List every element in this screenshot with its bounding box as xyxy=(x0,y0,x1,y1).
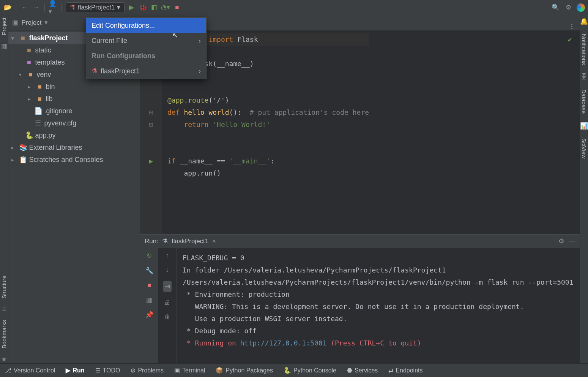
bottom-problems[interactable]: ⊘Problems xyxy=(131,367,164,374)
tree-label: pyvenv.cfg xyxy=(44,119,76,127)
chevron-right-icon: › xyxy=(199,67,201,75)
file-icon: 📄 xyxy=(34,107,42,115)
cursor-icon: ↖ xyxy=(172,31,178,40)
tree-label: bin xyxy=(46,83,55,91)
project-tree: ▾ ■ flaskProject ■ static ■ templates ▾ … xyxy=(8,30,140,363)
tree-item[interactable]: ▸ 📋 Scratches and Consoles xyxy=(8,154,140,166)
bell-icon[interactable]: 🔔 xyxy=(580,17,588,25)
print-icon[interactable]: 🖨 xyxy=(164,299,170,306)
tree-label: venv xyxy=(36,71,51,79)
chevron-down-icon: ▾ xyxy=(19,72,24,78)
pin-icon[interactable]: 📌 xyxy=(145,311,153,319)
bottom-todo[interactable]: ☰TODO xyxy=(95,367,120,374)
coverage-icon[interactable]: ◧ xyxy=(150,3,159,12)
folder-icon: ■ xyxy=(25,46,33,54)
tree-item[interactable]: ☰ pyvenv.cfg xyxy=(8,117,140,129)
bottom-run[interactable]: ▶Run xyxy=(66,367,84,374)
play-icon: ▶ xyxy=(66,367,70,374)
folder-icon: ▣ xyxy=(12,19,18,27)
soft-wrap-icon[interactable]: ⇥ xyxy=(163,281,172,292)
chevron-right-icon: ▸ xyxy=(28,96,33,102)
wrench-icon[interactable]: 🔧 xyxy=(145,267,153,275)
jetbrains-icon[interactable] xyxy=(577,3,585,12)
rail-notifications[interactable]: Notifications xyxy=(581,34,587,65)
chevron-down-icon: ▾ xyxy=(117,3,120,11)
popup-edit-configurations[interactable]: Edit Configurations... xyxy=(86,18,206,33)
popup-section-header: Run Configurations xyxy=(86,48,206,63)
rail-database[interactable]: Database xyxy=(581,89,587,114)
folder-icon: ■ xyxy=(36,83,43,91)
user-icon[interactable]: 👤▾ xyxy=(49,3,58,12)
rerun-icon[interactable]: ↻ xyxy=(147,252,152,260)
services-icon: ⬣ xyxy=(347,367,352,374)
project-title: Project xyxy=(21,19,41,27)
forward-icon[interactable]: → xyxy=(32,3,41,12)
tree-label: lib xyxy=(46,95,52,103)
branch-icon: ⎇ xyxy=(5,367,11,374)
folder-icon: ■ xyxy=(27,71,34,79)
library-icon: 📚 xyxy=(19,143,27,152)
search-icon[interactable]: 🔍 xyxy=(551,3,560,12)
trash-icon[interactable]: 🗑 xyxy=(164,313,170,321)
folder-icon: ■ xyxy=(19,34,27,42)
tree-item[interactable]: 📄 .gitignore xyxy=(8,105,140,117)
settings-icon[interactable]: ⚙ xyxy=(564,3,573,12)
rail-structure[interactable]: Structure xyxy=(1,276,7,299)
tree-item[interactable]: ▸ ■ lib xyxy=(8,93,140,105)
chevron-right-icon: ▸ xyxy=(11,145,17,150)
run-icon[interactable]: ▶ xyxy=(127,3,136,12)
folder-icon: ■ xyxy=(25,59,33,67)
up-icon[interactable]: ↑ xyxy=(166,252,169,260)
stop-icon[interactable]: ■ xyxy=(172,3,181,12)
database-icon[interactable]: 🗄 xyxy=(581,73,587,81)
bottom-services[interactable]: ⬣Services xyxy=(347,367,378,374)
tree-item[interactable]: ▸ 📚 External Libraries xyxy=(8,141,140,154)
open-icon[interactable]: 📂 xyxy=(3,3,12,12)
sep xyxy=(44,3,45,12)
run-url-link[interactable]: http://127.0.0.1:5001 xyxy=(240,339,327,347)
console-icon: 🐍 xyxy=(284,367,291,374)
run-left-toolbar-2: ↑ ↓ ⇥ 🖨 🗑 xyxy=(158,248,177,363)
rail-sciview[interactable]: SciView xyxy=(581,138,587,158)
bottom-python-console[interactable]: 🐍Python Console xyxy=(284,367,336,374)
tree-label: Scratches and Consoles xyxy=(29,156,103,164)
editor-settings-icon[interactable]: ⋮ xyxy=(569,22,575,30)
profile-icon[interactable]: ◔▾ xyxy=(161,3,170,12)
tree-item[interactable]: ▸ ■ bin xyxy=(8,81,140,93)
flask-icon: ⚗ xyxy=(162,237,168,245)
layout-icon[interactable]: ▦ xyxy=(146,296,152,304)
run-config-selector[interactable]: ⚗ flaskProject1 ▾ xyxy=(66,2,125,13)
tree-label: External Libraries xyxy=(29,144,82,152)
folder-icon: ■ xyxy=(36,95,43,103)
bottom-version-control[interactable]: ⎇Version Control xyxy=(5,367,55,374)
file-icon: ☰ xyxy=(34,119,42,127)
tree-label: templates xyxy=(35,59,65,67)
rail-bookmarks[interactable]: Bookmarks xyxy=(1,320,7,348)
stop-icon[interactable]: ■ xyxy=(147,282,151,289)
bottom-python-packages[interactable]: 📦Python Packages xyxy=(216,367,273,374)
run-config-label: flaskProject1 xyxy=(78,4,115,11)
structure-icon[interactable]: ≡ xyxy=(2,306,6,313)
tree-item[interactable]: 🐍 app.py xyxy=(8,129,140,141)
chevron-down-icon[interactable]: ▾ xyxy=(44,19,48,27)
bottom-endpoints[interactable]: ⇄Endpoints xyxy=(388,367,422,374)
run-output[interactable]: FLASK_DEBUG = 0 In folder /Users/valeria… xyxy=(177,248,580,363)
folder-icon[interactable]: ▦ xyxy=(1,42,7,50)
popup-current-file[interactable]: Current File › xyxy=(86,33,206,48)
gear-icon[interactable]: ⚙ xyxy=(558,237,564,245)
bookmark-icon[interactable]: ★ xyxy=(1,355,7,363)
minimize-icon[interactable]: — xyxy=(569,237,575,245)
popup-config-item[interactable]: ⚗ flaskProject1 › xyxy=(86,63,206,79)
chevron-right-icon: ▸ xyxy=(28,84,33,90)
gutter-run-icon[interactable]: ▶ xyxy=(149,155,153,167)
debug-icon[interactable]: 🐞 xyxy=(138,3,147,12)
back-icon[interactable]: ← xyxy=(20,3,29,12)
close-icon[interactable]: × xyxy=(212,238,216,245)
down-icon[interactable]: ↓ xyxy=(166,266,169,274)
bottom-terminal[interactable]: ▣Terminal xyxy=(174,367,205,374)
left-rail: Project ▦ Structure ≡ Bookmarks ★ xyxy=(0,15,8,363)
sciview-icon[interactable]: 📊 xyxy=(580,122,588,130)
rail-project[interactable]: Project xyxy=(1,17,7,35)
tree-label: flaskProject xyxy=(29,34,68,42)
inspection-ok-icon: ✔ xyxy=(568,33,572,46)
